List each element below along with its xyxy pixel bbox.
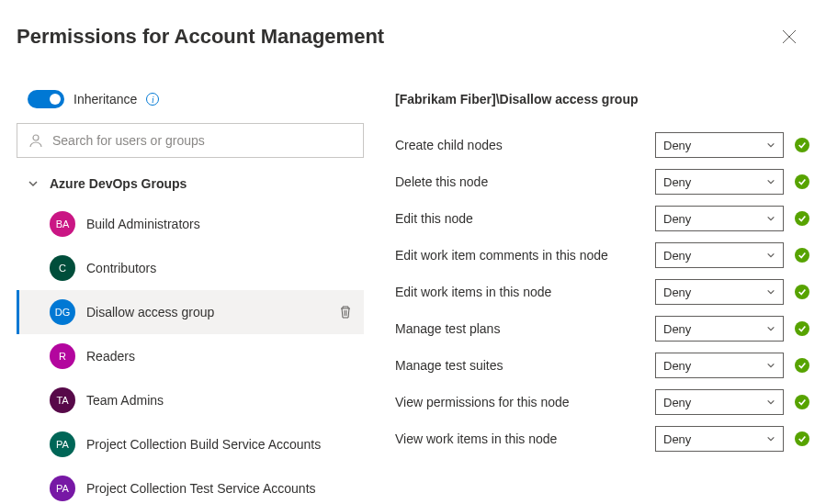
selected-group-title: [Fabrikam Fiber]\Disallow access group bbox=[395, 92, 809, 106]
success-icon bbox=[795, 321, 809, 336]
permission-select[interactable]: Deny bbox=[655, 279, 784, 305]
permission-row: Edit work items in this nodeDeny bbox=[395, 274, 809, 310]
permission-value: Deny bbox=[663, 322, 691, 336]
search-input[interactable] bbox=[52, 133, 352, 148]
group-label: Contributors bbox=[86, 261, 353, 275]
avatar: BA bbox=[50, 211, 75, 237]
permission-value: Deny bbox=[663, 396, 691, 409]
success-icon bbox=[795, 395, 809, 409]
chevron-down-icon bbox=[766, 251, 775, 260]
dialog-header: Permissions for Account Management bbox=[0, 0, 826, 59]
group-label: Project Collection Build Service Account… bbox=[86, 437, 353, 452]
permission-row: View permissions for this nodeDeny bbox=[395, 384, 809, 420]
permission-value: Deny bbox=[663, 139, 691, 152]
groups-heading-label: Azure DevOps Groups bbox=[50, 176, 187, 191]
permission-select[interactable]: Deny bbox=[655, 426, 784, 452]
avatar: DG bbox=[50, 299, 75, 325]
permission-value: Deny bbox=[663, 359, 691, 373]
avatar: PA bbox=[50, 431, 75, 457]
chevron-down-icon bbox=[28, 178, 39, 189]
permission-select[interactable]: Deny bbox=[655, 389, 784, 415]
success-icon bbox=[795, 174, 809, 189]
group-label: Team Admins bbox=[86, 393, 353, 408]
avatar: C bbox=[50, 255, 75, 281]
group-item[interactable]: DGDisallow access group bbox=[17, 290, 364, 334]
group-item[interactable]: BABuild Administrators bbox=[17, 202, 364, 246]
chevron-down-icon bbox=[766, 361, 775, 370]
close-icon bbox=[782, 29, 797, 44]
permission-value: Deny bbox=[663, 432, 691, 446]
permission-label: Delete this node bbox=[395, 174, 644, 189]
info-icon[interactable]: i bbox=[146, 93, 159, 106]
permission-select[interactable]: Deny bbox=[655, 353, 784, 378]
permission-label: View work items in this node bbox=[395, 431, 644, 446]
permission-select[interactable]: Deny bbox=[655, 242, 784, 268]
permission-select[interactable]: Deny bbox=[655, 132, 784, 158]
chevron-down-icon bbox=[766, 140, 775, 150]
permission-row: Create child nodesDeny bbox=[395, 127, 809, 163]
success-icon bbox=[795, 248, 809, 263]
permission-value: Deny bbox=[663, 249, 691, 263]
group-label: Build Administrators bbox=[86, 217, 353, 231]
success-icon bbox=[795, 211, 809, 226]
group-list: BABuild AdministratorsCContributorsDGDis… bbox=[17, 202, 364, 504]
delete-icon[interactable] bbox=[338, 305, 353, 319]
permission-select[interactable]: Deny bbox=[655, 169, 784, 195]
inheritance-toggle[interactable] bbox=[28, 90, 64, 108]
person-icon bbox=[28, 133, 43, 148]
group-label: Readers bbox=[86, 349, 353, 364]
chevron-down-icon bbox=[766, 287, 775, 297]
svg-point-0 bbox=[33, 135, 39, 140]
inheritance-row: Inheritance i bbox=[17, 88, 364, 119]
permission-select[interactable]: Deny bbox=[655, 206, 784, 231]
group-item[interactable]: TATeam Admins bbox=[17, 378, 364, 422]
avatar: R bbox=[50, 343, 75, 369]
chevron-down-icon bbox=[766, 398, 775, 407]
permission-list: Create child nodesDenyDelete this nodeDe… bbox=[395, 127, 809, 457]
dialog-body: Inheritance i Azure DevOps Groups BABuil… bbox=[0, 88, 826, 504]
permission-value: Deny bbox=[663, 212, 691, 226]
success-icon bbox=[795, 285, 809, 299]
permission-row: View work items in this nodeDeny bbox=[395, 420, 809, 457]
group-label: Disallow access group bbox=[86, 305, 327, 319]
permission-row: Edit work item comments in this nodeDeny bbox=[395, 237, 809, 274]
permission-select[interactable]: Deny bbox=[655, 316, 784, 342]
group-label: Project Collection Test Service Accounts bbox=[86, 481, 353, 496]
group-item[interactable]: RReaders bbox=[17, 334, 364, 378]
permission-label: Edit work items in this node bbox=[395, 285, 644, 299]
inheritance-label: Inheritance bbox=[74, 92, 137, 106]
group-item[interactable]: CContributors bbox=[17, 246, 364, 290]
permission-value: Deny bbox=[663, 175, 691, 189]
chevron-down-icon bbox=[766, 177, 775, 186]
permission-label: View permissions for this node bbox=[395, 395, 644, 409]
permission-label: Manage test suites bbox=[395, 358, 644, 373]
permission-value: Deny bbox=[663, 286, 691, 299]
left-panel: Inheritance i Azure DevOps Groups BABuil… bbox=[17, 88, 364, 504]
right-panel: [Fabrikam Fiber]\Disallow access group C… bbox=[364, 88, 809, 504]
success-icon bbox=[795, 431, 809, 446]
permission-label: Edit work item comments in this node bbox=[395, 248, 644, 263]
permission-row: Manage test plansDeny bbox=[395, 310, 809, 347]
success-icon bbox=[795, 358, 809, 373]
avatar: TA bbox=[50, 387, 75, 413]
dialog-title: Permissions for Account Management bbox=[17, 25, 384, 49]
permission-label: Create child nodes bbox=[395, 138, 644, 152]
chevron-down-icon bbox=[766, 434, 775, 443]
success-icon bbox=[795, 138, 809, 152]
search-box[interactable] bbox=[17, 123, 364, 158]
permission-row: Edit this nodeDeny bbox=[395, 200, 809, 237]
group-item[interactable]: PAProject Collection Build Service Accou… bbox=[17, 422, 364, 466]
avatar: PA bbox=[50, 476, 75, 501]
groups-header[interactable]: Azure DevOps Groups bbox=[17, 165, 364, 202]
permission-label: Manage test plans bbox=[395, 321, 644, 336]
close-button[interactable] bbox=[775, 22, 804, 51]
permission-row: Delete this nodeDeny bbox=[395, 163, 809, 200]
group-item[interactable]: PAProject Collection Test Service Accoun… bbox=[17, 466, 364, 504]
permission-row: Manage test suitesDeny bbox=[395, 347, 809, 384]
permission-label: Edit this node bbox=[395, 211, 644, 226]
chevron-down-icon bbox=[766, 214, 775, 223]
chevron-down-icon bbox=[766, 324, 775, 333]
